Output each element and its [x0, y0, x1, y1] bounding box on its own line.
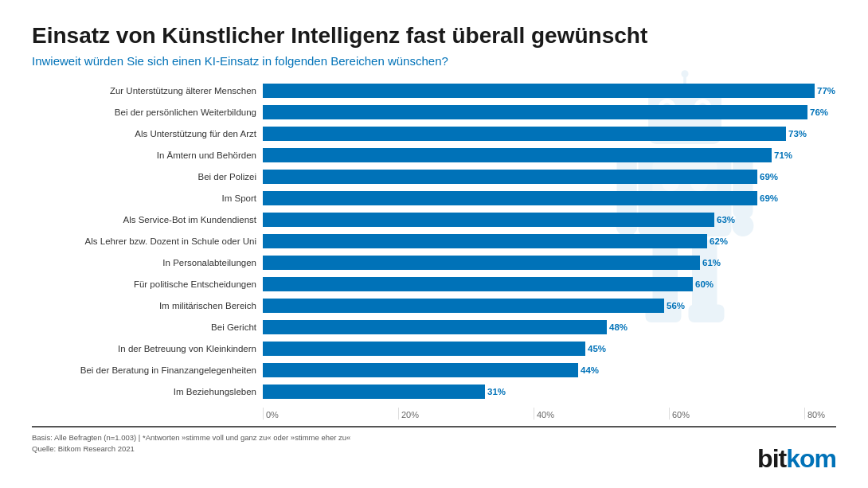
- bar-value: 48%: [609, 322, 628, 332]
- bar-label: Im Beziehungsleben: [32, 387, 263, 396]
- bar-track: 63%: [263, 213, 836, 227]
- bar-label: In der Betreuung von Kleinkindern: [32, 344, 263, 353]
- bar-row: Als Service-Bot im Kundendienst63%: [32, 211, 836, 228]
- main-container: Einsatz von Künstlicher Intelligenz fast…: [0, 0, 868, 470]
- bar-value: 69%: [760, 193, 778, 203]
- footer-line2: Quelle: Bitkom Research 2021: [32, 443, 836, 455]
- bar-fill: [263, 148, 772, 162]
- bar-fill: [263, 213, 714, 227]
- chart-area: Zur Unterstützung älterer Menschen77%Bei…: [32, 82, 836, 404]
- bar-label: Im Sport: [32, 193, 263, 203]
- bar-value: 71%: [774, 150, 792, 160]
- bar-fill: [263, 127, 786, 141]
- bar-track: 31%: [263, 385, 836, 399]
- bar-row: Bei Gericht48%: [32, 318, 836, 336]
- bar-track: 69%: [263, 170, 836, 184]
- bar-row: In der Betreuung von Kleinkindern45%: [32, 340, 836, 357]
- bar-row: Bei der Beratung in Finanzangelegenheite…: [32, 361, 836, 379]
- bar-value: 44%: [581, 365, 599, 375]
- bar-label: Als Service-Bot im Kundendienst: [32, 215, 263, 224]
- bar-label: Im militärischen Bereich: [32, 301, 263, 310]
- bar-track: 61%: [263, 256, 836, 270]
- bar-row: Für politische Entscheidungen60%: [32, 275, 836, 293]
- bar-label: Bei der Beratung in Finanzangelegenheite…: [32, 365, 263, 375]
- bar-fill: [263, 170, 757, 184]
- x-tick: 0%: [263, 408, 398, 420]
- bar-fill: [263, 363, 578, 377]
- bar-row: Im Beziehungsleben31%: [32, 383, 836, 400]
- bar-value: 45%: [588, 344, 606, 353]
- footer-line1: Basis: Alle Befragten (n=1.003) | *Antwo…: [32, 432, 836, 443]
- bar-fill: [263, 234, 707, 248]
- x-axis: 0%20%40%60%80%: [263, 408, 836, 420]
- bar-label: Bei Gericht: [32, 322, 263, 332]
- bar-value: 61%: [702, 258, 721, 267]
- bar-value: 31%: [487, 387, 506, 396]
- x-tick: 80%: [804, 408, 836, 420]
- bar-value: 63%: [717, 215, 735, 224]
- bar-track: 56%: [263, 299, 836, 313]
- x-tick: 20%: [398, 408, 534, 420]
- bar-value: 69%: [760, 172, 778, 182]
- bar-row: Im Sport69%: [32, 189, 836, 207]
- bar-label: Als Lehrer bzw. Dozent in Schule oder Un…: [32, 236, 263, 246]
- bar-fill: [263, 84, 815, 98]
- bar-track: 48%: [263, 320, 836, 334]
- bar-fill: [263, 191, 757, 205]
- bar-value: 77%: [817, 86, 835, 96]
- main-title: Einsatz von Künstlicher Intelligenz fast…: [32, 22, 836, 49]
- bar-row: Zur Unterstützung älterer Menschen77%: [32, 82, 836, 100]
- bar-value: 56%: [667, 301, 685, 310]
- bar-track: 44%: [263, 363, 836, 377]
- bar-row: Als Lehrer bzw. Dozent in Schule oder Un…: [32, 232, 836, 250]
- bar-value: 60%: [695, 279, 714, 289]
- bar-row: Bei der Polizei69%: [32, 168, 836, 185]
- bar-row: In Personalabteilungen61%: [32, 254, 836, 271]
- bar-label: In Ämtern und Behörden: [32, 150, 263, 160]
- bar-track: 76%: [263, 105, 836, 119]
- bar-row: Im militärischen Bereich56%: [32, 297, 836, 314]
- bar-value: 76%: [810, 107, 828, 117]
- bar-fill: [263, 342, 585, 356]
- bar-value: 62%: [710, 236, 728, 246]
- bar-track: 69%: [263, 191, 836, 205]
- bar-fill: [263, 105, 807, 119]
- bar-label: Bei der persönlichen Weiterbildung: [32, 107, 263, 117]
- bar-label: Zur Unterstützung älterer Menschen: [32, 86, 263, 96]
- bar-row: Bei der persönlichen Weiterbildung76%: [32, 103, 836, 121]
- bar-fill: [263, 256, 700, 270]
- bar-fill: [263, 277, 693, 291]
- x-tick: 60%: [669, 408, 804, 420]
- footer: Basis: Alle Befragten (n=1.003) | *Antwo…: [32, 426, 836, 455]
- bar-label: In Personalabteilungen: [32, 258, 263, 267]
- bar-fill: [263, 320, 607, 334]
- subtitle: Inwieweit würden Sie sich einen KI-Einsa…: [32, 54, 836, 68]
- bar-row: In Ämtern und Behörden71%: [32, 146, 836, 164]
- bar-track: 60%: [263, 277, 836, 291]
- bar-track: 62%: [263, 234, 836, 248]
- bar-label: Für politische Entscheidungen: [32, 279, 263, 289]
- bar-label: Bei der Polizei: [32, 172, 263, 182]
- bar-fill: [263, 385, 485, 399]
- bar-row: Als Unterstützung für den Arzt73%: [32, 125, 836, 142]
- bar-track: 77%: [263, 84, 836, 98]
- bar-fill: [263, 299, 664, 313]
- x-tick: 40%: [534, 408, 669, 420]
- bar-value: 73%: [788, 129, 807, 139]
- bar-track: 73%: [263, 127, 836, 141]
- bar-track: 45%: [263, 342, 836, 356]
- bar-track: 71%: [263, 148, 836, 162]
- bar-label: Als Unterstützung für den Arzt: [32, 129, 263, 139]
